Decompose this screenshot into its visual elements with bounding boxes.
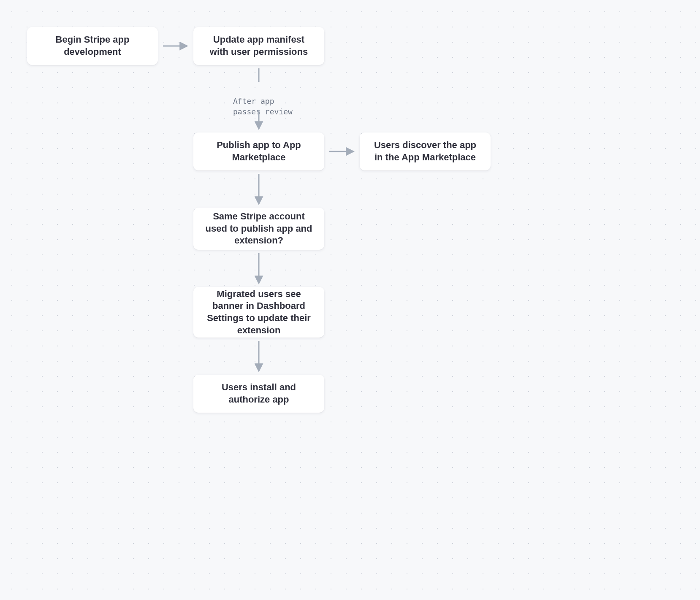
arrow-banner-to-install <box>254 340 263 373</box>
node-begin-label: Begin Stripe app development <box>37 34 148 58</box>
node-discover-label: Users discover the app in the App Market… <box>370 139 480 163</box>
node-install-label: Users install and authorize app <box>203 381 314 405</box>
node-manifest-label: Update app manifest with user permission… <box>203 34 314 58</box>
node-banner-label: Migrated users see banner in Dashboard S… <box>203 288 314 336</box>
node-install: Users install and authorize app <box>193 375 324 413</box>
line-manifest-down <box>254 68 263 83</box>
node-discover: Users discover the app in the App Market… <box>360 132 491 170</box>
arrow-publish-to-sameaccount <box>254 173 263 206</box>
node-same-account-label: Same Stripe account used to publish app … <box>203 211 314 247</box>
node-begin: Begin Stripe app development <box>27 27 158 65</box>
arrow-publish-to-discover <box>328 147 355 156</box>
node-publish: Publish app to App Marketplace <box>193 132 324 170</box>
node-manifest: Update app manifest with user permission… <box>193 27 324 65</box>
node-same-account: Same Stripe account used to publish app … <box>193 208 324 250</box>
arrow-sameaccount-to-banner <box>254 252 263 285</box>
arrow-review-to-publish <box>254 109 263 131</box>
arrow-begin-to-manifest <box>162 41 189 51</box>
node-banner: Migrated users see banner in Dashboard S… <box>193 287 324 338</box>
node-publish-label: Publish app to App Marketplace <box>203 139 314 163</box>
